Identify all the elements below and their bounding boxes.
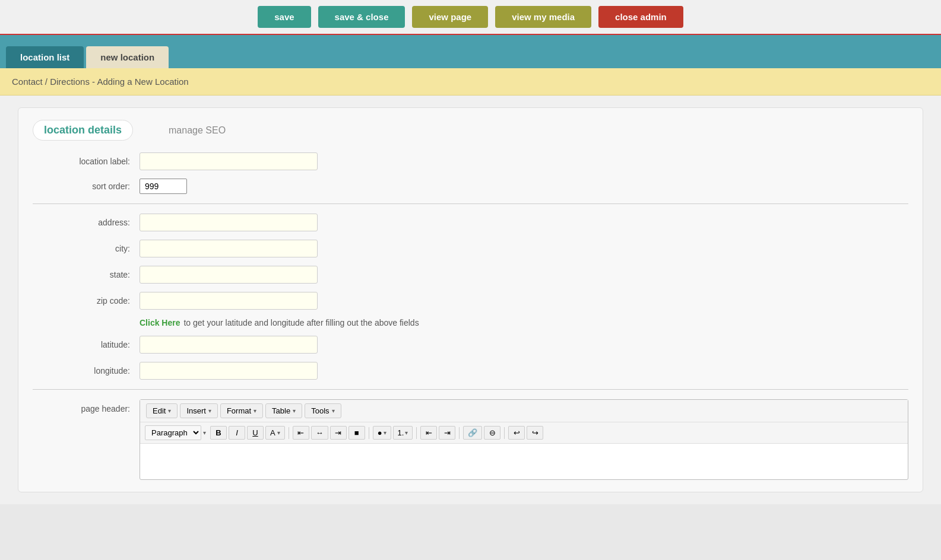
address-label: address: bbox=[33, 218, 140, 227]
longitude-row: longitude: bbox=[33, 362, 908, 380]
longitude-input[interactable] bbox=[140, 362, 318, 380]
editor-edit-menu[interactable]: Edit ▾ bbox=[146, 403, 178, 418]
latitude-label: latitude: bbox=[33, 340, 140, 349]
state-input[interactable] bbox=[140, 266, 318, 284]
link-button[interactable]: 🔗 bbox=[463, 426, 482, 440]
state-row: state: bbox=[33, 266, 908, 284]
editor-toolbar-bottom: Paragraph ▾ B I U A ▾ ⇤ ↔ ⇥ ■ bbox=[140, 422, 908, 444]
breadcrumb: Contact / Directions - Adding a New Loca… bbox=[0, 68, 941, 96]
sort-order-label: sort order: bbox=[33, 182, 140, 191]
tab-location-list[interactable]: location list bbox=[6, 46, 84, 68]
section-header: location details manage SEO bbox=[33, 120, 908, 141]
section-title: location details bbox=[33, 120, 133, 141]
longitude-label: longitude: bbox=[33, 366, 140, 376]
editor-table-menu[interactable]: Table ▾ bbox=[265, 403, 302, 418]
state-label: state: bbox=[33, 270, 140, 279]
click-here-text: to get your latitude and longitude after… bbox=[183, 318, 419, 327]
zip-code-row: zip code: bbox=[33, 292, 908, 310]
edit-dropdown-arrow: ▾ bbox=[168, 408, 171, 414]
editor-toolbar-top: Edit ▾ Insert ▾ Format ▾ Table ▾ bbox=[140, 400, 908, 422]
sort-order-input[interactable] bbox=[140, 179, 187, 194]
align-left-button[interactable]: ⇤ bbox=[293, 426, 309, 440]
city-row: city: bbox=[33, 240, 908, 257]
click-here-link[interactable]: Click Here bbox=[140, 318, 180, 327]
paragraph-dropdown-arrow: ▾ bbox=[203, 429, 206, 436]
location-label-row: location label: bbox=[33, 152, 908, 170]
address-row: address: bbox=[33, 214, 908, 231]
format-dropdown-arrow: ▾ bbox=[254, 408, 256, 414]
separator-4 bbox=[459, 427, 460, 439]
click-here-row: Click Here to get your latitude and long… bbox=[140, 318, 908, 327]
city-label: city: bbox=[33, 244, 140, 253]
tab-new-location[interactable]: new location bbox=[86, 46, 169, 68]
bold-button[interactable]: B bbox=[210, 426, 227, 440]
location-label-label: location label: bbox=[33, 157, 140, 166]
ordered-list-button[interactable]: 1.▾ bbox=[393, 426, 413, 440]
underline-button[interactable]: U bbox=[247, 426, 264, 440]
tab-bar: location list new location bbox=[0, 35, 941, 68]
editor-body[interactable] bbox=[140, 444, 908, 479]
paragraph-select[interactable]: Paragraph bbox=[145, 425, 201, 440]
tools-dropdown-arrow: ▾ bbox=[332, 408, 335, 414]
city-input[interactable] bbox=[140, 240, 318, 257]
indent-button[interactable]: ⇥ bbox=[439, 426, 455, 440]
undo-button[interactable]: ↩ bbox=[508, 426, 525, 440]
page-header-row: page header: Edit ▾ Insert ▾ Format ▾ bbox=[33, 399, 908, 480]
align-right-button[interactable]: ⇥ bbox=[330, 426, 347, 440]
unordered-list-button[interactable]: ●▾ bbox=[373, 426, 391, 440]
save-button[interactable]: save bbox=[258, 6, 311, 28]
unlink-button[interactable]: ⊖ bbox=[484, 426, 500, 440]
zip-code-input[interactable] bbox=[140, 292, 318, 310]
outdent-button[interactable]: ⇤ bbox=[420, 426, 437, 440]
separator-3 bbox=[416, 427, 417, 439]
form-card: location details manage SEO location lab… bbox=[18, 107, 923, 492]
italic-button[interactable]: I bbox=[229, 426, 245, 440]
manage-seo-link[interactable]: manage SEO bbox=[169, 125, 226, 136]
location-label-input[interactable] bbox=[140, 152, 318, 170]
redo-button[interactable]: ↪ bbox=[527, 426, 543, 440]
page-header-label: page header: bbox=[33, 399, 140, 413]
align-center-button[interactable]: ↔ bbox=[311, 426, 328, 440]
insert-dropdown-arrow: ▾ bbox=[208, 408, 211, 414]
latitude-row: latitude: bbox=[33, 336, 908, 354]
top-toolbar: save save & close view page view my medi… bbox=[0, 0, 941, 35]
divider-2 bbox=[33, 389, 908, 390]
table-dropdown-arrow: ▾ bbox=[293, 408, 296, 414]
save-close-button[interactable]: save & close bbox=[318, 6, 405, 28]
separator-2 bbox=[369, 427, 369, 439]
separator-5 bbox=[504, 427, 505, 439]
align-justify-button[interactable]: ■ bbox=[348, 426, 365, 440]
editor-insert-menu[interactable]: Insert ▾ bbox=[180, 403, 218, 418]
latitude-input[interactable] bbox=[140, 336, 318, 354]
editor-format-menu[interactable]: Format ▾ bbox=[220, 403, 263, 418]
main-content: location details manage SEO location lab… bbox=[0, 96, 941, 504]
separator-1 bbox=[289, 427, 289, 439]
address-input[interactable] bbox=[140, 214, 318, 231]
zip-code-label: zip code: bbox=[33, 296, 140, 306]
view-page-button[interactable]: view page bbox=[412, 6, 488, 28]
view-media-button[interactable]: view my media bbox=[495, 6, 591, 28]
font-color-button[interactable]: A ▾ bbox=[265, 426, 285, 440]
divider-1 bbox=[33, 203, 908, 204]
sort-order-row: sort order: bbox=[33, 179, 908, 194]
close-admin-button[interactable]: close admin bbox=[598, 6, 683, 28]
editor-tools-menu[interactable]: Tools ▾ bbox=[305, 403, 341, 418]
editor-container: Edit ▾ Insert ▾ Format ▾ Table ▾ bbox=[140, 399, 908, 480]
